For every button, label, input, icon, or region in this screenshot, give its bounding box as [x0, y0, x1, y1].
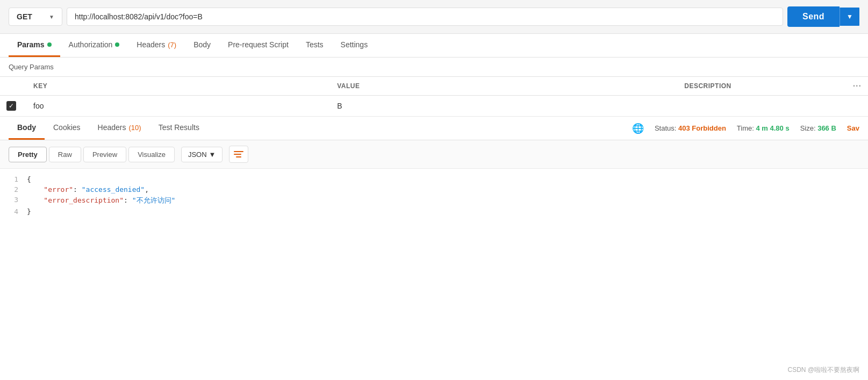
- json-format-select[interactable]: JSON ▼: [181, 147, 223, 162]
- row-key-cell[interactable]: foo: [27, 96, 331, 117]
- wrap-button[interactable]: [229, 146, 248, 163]
- globe-icon: 🌐: [632, 123, 644, 134]
- request-tabs: Params Authorization Headers (7) Body Pr…: [0, 34, 868, 58]
- status-label: Status:: [655, 124, 678, 132]
- param-value: B: [337, 102, 342, 110]
- line-number-2: 2: [0, 185, 27, 193]
- json-key-error: "error": [44, 185, 73, 193]
- size-value: 366 B: [817, 124, 836, 132]
- params-table: KEY VALUE DESCRIPTION ··· ✓ foo B: [0, 77, 868, 117]
- tab-headers-label: Headers: [137, 40, 165, 49]
- json-select-label: JSON: [188, 150, 207, 159]
- col-header-value: VALUE: [331, 77, 678, 96]
- response-tab-cookies-label: Cookies: [53, 123, 81, 132]
- time-value: 4 m 4.80 s: [756, 124, 789, 132]
- response-tabs: Body Cookies Headers (10) Test Results 🌐…: [0, 117, 868, 140]
- tab-prerequest[interactable]: Pre-request Script: [219, 34, 297, 57]
- send-dropdown-button[interactable]: ▼: [840, 8, 859, 26]
- col-header-description: DESCRIPTION: [678, 77, 846, 96]
- send-button-group: Send ▼: [787, 6, 859, 27]
- json-val-error-desc: "不允许访问": [132, 196, 176, 204]
- format-bar: Pretty Raw Preview Visualize JSON ▼: [0, 140, 868, 169]
- size-label: Size:: [800, 124, 818, 132]
- json-line-4: 4 }: [0, 206, 868, 217]
- tab-prerequest-label: Pre-request Script: [228, 40, 289, 49]
- tab-params[interactable]: Params: [9, 34, 60, 57]
- table-row: ✓ foo B: [0, 96, 868, 117]
- tab-body-label: Body: [193, 40, 211, 49]
- size-info: Size: 366 B: [800, 124, 836, 132]
- json-body: 1 { 2 "error": "access_denied", 3 "error…: [0, 169, 868, 222]
- save-link[interactable]: Sav: [847, 124, 859, 132]
- json-key-error-desc: "error_description": [44, 196, 124, 204]
- actions-dots-icon: ···: [853, 81, 862, 90]
- url-bar: GET ▼ Send ▼: [0, 0, 868, 34]
- tab-params-label: Params: [17, 40, 45, 49]
- response-tab-testresults-label: Test Results: [159, 123, 199, 132]
- line-content-3: "error_description": "不允许访问": [27, 196, 868, 205]
- response-tab-body-label: Body: [17, 123, 36, 132]
- response-headers-badge: (10): [129, 124, 141, 132]
- json-select-chevron-icon: ▼: [209, 150, 216, 159]
- wrap-lines-icon: [234, 151, 243, 157]
- param-key: foo: [33, 102, 44, 110]
- method-select[interactable]: GET ▼: [9, 8, 62, 26]
- row-checkbox-cell[interactable]: ✓: [0, 96, 27, 117]
- response-tab-cookies[interactable]: Cookies: [45, 117, 89, 140]
- json-line-2: 2 "error": "access_denied",: [0, 184, 868, 195]
- col-header-actions: ···: [847, 77, 868, 96]
- json-line-3: 3 "error_description": "不允许访问": [0, 195, 868, 206]
- tab-headers[interactable]: Headers (7): [128, 34, 185, 57]
- format-raw-button[interactable]: Raw: [49, 147, 81, 162]
- response-tab-headers[interactable]: Headers (10): [89, 117, 150, 140]
- authorization-dot-icon: [115, 42, 119, 47]
- tab-settings-label: Settings: [341, 40, 368, 49]
- row-value-cell[interactable]: B: [331, 96, 678, 117]
- time-label: Time:: [737, 124, 756, 132]
- headers-badge: (7): [168, 41, 176, 49]
- line-number-1: 1: [0, 175, 27, 183]
- time-info: Time: 4 m 4.80 s: [737, 124, 790, 132]
- status-value: 403 Forbidden: [678, 124, 726, 132]
- tab-settings[interactable]: Settings: [332, 34, 377, 57]
- format-preview-button[interactable]: Preview: [83, 147, 126, 162]
- checkbox-checked-icon[interactable]: ✓: [6, 101, 16, 111]
- query-params-label: Query Params: [0, 58, 868, 77]
- col-header-check: [0, 77, 27, 96]
- format-pretty-button[interactable]: Pretty: [9, 147, 47, 162]
- response-info: 🌐 Status: 403 Forbidden Time: 4 m 4.80 s…: [632, 123, 859, 134]
- tab-authorization[interactable]: Authorization: [60, 34, 128, 57]
- tab-tests[interactable]: Tests: [297, 34, 332, 57]
- json-line-1: 1 {: [0, 174, 868, 184]
- method-label: GET: [17, 12, 32, 21]
- line-number-3: 3: [0, 196, 27, 204]
- status-info: Status: 403 Forbidden: [655, 124, 726, 132]
- params-dot-icon: [47, 42, 52, 47]
- tab-authorization-label: Authorization: [69, 40, 113, 49]
- response-tab-testresults[interactable]: Test Results: [150, 117, 208, 140]
- tab-body[interactable]: Body: [185, 34, 219, 57]
- line-number-4: 4: [0, 207, 27, 216]
- tab-tests-label: Tests: [306, 40, 324, 49]
- json-val-error: "access_denied": [82, 185, 145, 193]
- line-content-2: "error": "access_denied",: [27, 185, 868, 193]
- row-desc-cell[interactable]: [678, 96, 846, 117]
- send-button[interactable]: Send: [787, 6, 840, 27]
- format-visualize-button[interactable]: Visualize: [128, 147, 175, 162]
- col-header-key: KEY: [27, 77, 331, 96]
- line-content-1: {: [27, 175, 868, 183]
- line-content-4: }: [27, 207, 868, 216]
- response-tab-headers-label: Headers: [98, 123, 126, 132]
- row-actions-cell: [847, 96, 868, 117]
- url-input[interactable]: [67, 8, 783, 26]
- response-tab-body[interactable]: Body: [9, 117, 45, 140]
- method-chevron-icon: ▼: [49, 14, 54, 20]
